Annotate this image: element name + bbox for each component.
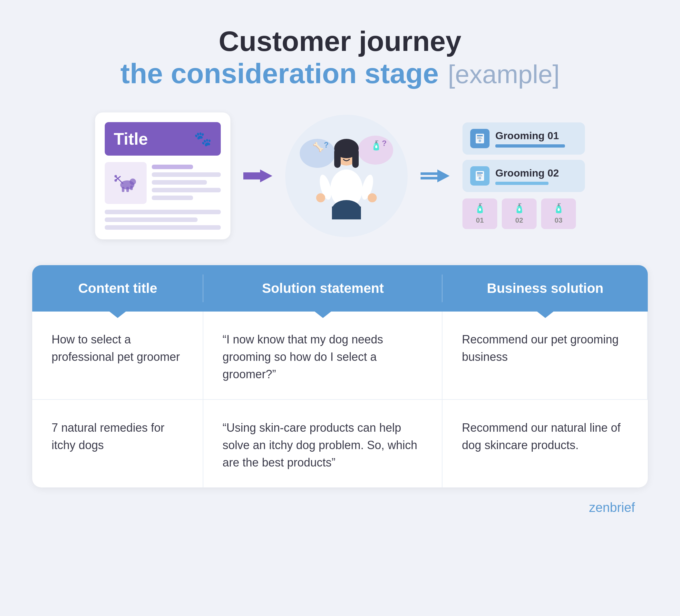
small-card-icon-2: 🧴: [514, 203, 525, 214]
example-text: [example]: [448, 60, 560, 89]
table-header-business-solution: Business solution: [443, 265, 648, 312]
grooming-01-text: Grooming 01: [495, 130, 577, 148]
svg-rect-23: [352, 149, 359, 168]
grooming-01-title: Grooming 01: [495, 130, 577, 142]
grooming-02-title: Grooming 02: [495, 167, 577, 179]
brand-name: zenbrief: [589, 500, 635, 515]
footer: zenbrief: [32, 500, 648, 515]
blog-line: [152, 180, 207, 185]
person-illustration: 🦴 ? 🧴 ?: [285, 115, 408, 237]
svg-rect-38: [477, 137, 481, 138]
svg-point-8: [114, 179, 117, 182]
search-result-grooming-02: Grooming 02: [462, 160, 585, 192]
svg-rect-30: [332, 207, 361, 219]
grooming-icon-2: [470, 166, 489, 185]
blog-card-footer: [105, 210, 221, 230]
blog-card-lines: [152, 162, 221, 204]
table-cell-solution-1: “I now know that my dog needs grooming s…: [203, 312, 443, 400]
svg-text:?: ?: [324, 141, 329, 149]
search-results: Grooming 01 Grooming 02 🧴: [462, 122, 585, 229]
table-cell-content-title-2: 7 natural remedies for itchy dogs: [32, 400, 203, 488]
svg-text:🧴: 🧴: [371, 140, 382, 151]
blog-card-header: Title 🐾: [105, 122, 221, 156]
table-cell-business-1: Recommend our pet grooming business: [443, 312, 648, 400]
small-cards-row: 🧴 01 🧴 02 🧴 03: [462, 199, 585, 229]
svg-point-40: [479, 140, 481, 142]
paw-icon: 🐾: [194, 130, 212, 147]
subtitle-text: the consideration stage: [120, 57, 438, 89]
small-card-num-1: 01: [476, 216, 484, 225]
header-title: Customer journey: [120, 26, 560, 57]
table-cell-solution-2: “Using skin-care products can help solve…: [203, 400, 443, 488]
blog-card-image: [105, 162, 147, 204]
blog-card-title: Title: [114, 129, 148, 149]
search-result-bar: [495, 144, 565, 148]
blog-card: Title 🐾: [95, 112, 230, 239]
svg-point-27: [316, 193, 325, 202]
small-card-icon-3: 🧴: [553, 203, 564, 214]
dog-scissors-icon: [113, 168, 139, 198]
svg-point-31: [342, 152, 345, 156]
table-body: How to select a professional pet groomer…: [32, 312, 648, 488]
blog-card-body: [105, 162, 221, 204]
small-card-03: 🧴 03: [541, 199, 576, 229]
blog-line: [105, 225, 221, 230]
blog-line: [152, 172, 221, 177]
table-header-content-title: Content title: [32, 265, 203, 312]
grooming-02-text: Grooming 02: [495, 167, 577, 185]
blog-line: [105, 210, 221, 214]
small-card-01: 🧴 01: [462, 199, 497, 229]
header: Customer journey the consideration stage…: [120, 26, 560, 90]
blog-line: [152, 196, 193, 200]
arrow-2: [408, 168, 462, 184]
svg-text:?: ?: [382, 139, 387, 148]
svg-rect-42: [477, 172, 483, 174]
arrow-1: [230, 168, 285, 184]
svg-rect-33: [421, 172, 437, 175]
search-result-grooming-01: Grooming 01: [462, 122, 585, 155]
svg-rect-34: [421, 177, 437, 179]
blog-line: [105, 217, 198, 222]
small-card-num-2: 02: [515, 216, 523, 225]
table-header-solution-statement: Solution statement: [203, 265, 443, 312]
svg-point-7: [114, 175, 117, 178]
grooming-icon-1: [470, 129, 489, 148]
table-section: Content title Solution statement Busines…: [32, 265, 648, 488]
table-cell-content-title-1: How to select a professional pet groomer: [32, 312, 203, 400]
small-card-02: 🧴 02: [502, 199, 537, 229]
svg-rect-37: [477, 135, 483, 136]
svg-marker-11: [260, 170, 272, 182]
svg-rect-12: [243, 172, 260, 175]
table-header: Content title Solution statement Busines…: [32, 265, 648, 312]
svg-text:🦴: 🦴: [313, 142, 324, 152]
svg-rect-3: [126, 187, 129, 192]
small-card-num-3: 03: [555, 216, 562, 225]
table-cell-business-2: Recommend our natural line of dog skinca…: [443, 400, 648, 488]
svg-rect-2: [122, 187, 124, 192]
header-subtitle-row: the consideration stage [example]: [120, 57, 560, 90]
svg-point-32: [348, 152, 351, 156]
svg-point-28: [368, 193, 377, 202]
svg-rect-13: [243, 177, 260, 179]
svg-rect-22: [334, 149, 341, 168]
svg-rect-44: [477, 176, 482, 176]
blog-line: [152, 165, 193, 169]
main-title: Customer journey: [219, 25, 461, 57]
svg-marker-35: [437, 170, 450, 182]
svg-rect-4: [130, 185, 133, 190]
search-result-bar-2: [495, 182, 548, 185]
blog-line: [152, 188, 221, 192]
small-card-icon-1: 🧴: [474, 203, 486, 214]
svg-point-45: [479, 177, 481, 179]
svg-rect-39: [477, 138, 482, 139]
svg-point-1: [130, 178, 136, 185]
svg-rect-43: [477, 174, 481, 175]
illustration-row: Title 🐾: [32, 112, 648, 239]
